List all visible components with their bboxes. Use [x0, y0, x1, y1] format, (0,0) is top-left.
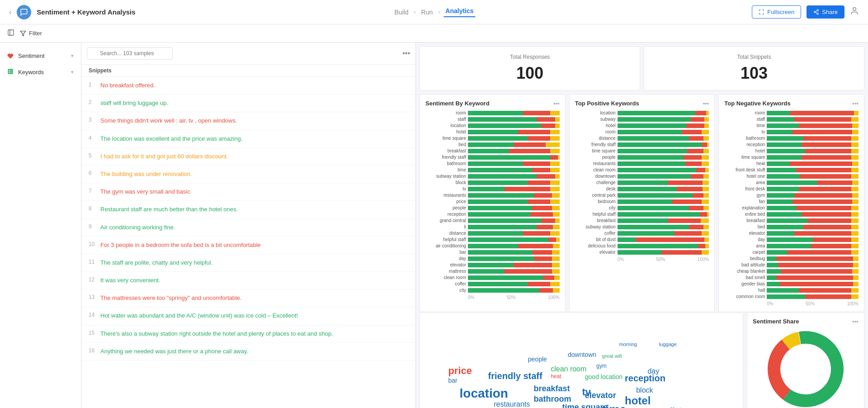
word-cloud-word[interactable]: breakfast [533, 384, 570, 394]
bar-track [767, 294, 859, 299]
word-cloud-word[interactable]: luggage [659, 342, 677, 347]
bar-negative [698, 244, 705, 248]
word-cloud-word[interactable]: distance [668, 406, 701, 408]
bar-track [767, 117, 859, 122]
bar-positive [618, 244, 698, 248]
nav-step-analytics[interactable]: Analytics [443, 7, 475, 17]
snippets-list[interactable]: 1No breakfast offered.2staff will bring … [81, 77, 415, 408]
sidebar-item-keywords[interactable]: Keywords ▾ [0, 64, 81, 81]
bar-label: hotel one [724, 174, 765, 179]
word-cloud-word[interactable]: hotel [625, 394, 651, 407]
list-item[interactable]: 2staff will bring luggage up. [81, 95, 415, 112]
snippets-more-button[interactable]: ••• [402, 49, 410, 57]
search-input[interactable] [87, 47, 173, 60]
word-cloud-word[interactable]: day [647, 367, 659, 375]
sentiment-keyword-more[interactable]: ••• [553, 100, 560, 107]
list-item[interactable]: 1No breakfast offered. [81, 77, 415, 95]
list-item[interactable]: 14Hot water was abundant and the A/C (wi… [81, 307, 415, 325]
bar-track [618, 225, 709, 229]
list-item[interactable]: 4The location was excellent and the pric… [81, 130, 415, 148]
bar-neutral [702, 130, 709, 134]
bar-row: helpful staff [575, 212, 709, 217]
list-item[interactable]: 8Restaurant staff are much better than t… [81, 201, 415, 218]
bar-positive [618, 136, 689, 141]
bar-positive [618, 231, 675, 236]
bar-positive [767, 130, 793, 134]
bar-negative [528, 282, 551, 286]
bar-track [767, 250, 859, 255]
top-positive-more[interactable]: ••• [703, 100, 709, 107]
bar-neutral [853, 263, 859, 267]
bar-label: front desk stuff [724, 167, 765, 172]
list-item[interactable]: 10For 3 people in a bedroom the sofa bed… [81, 237, 415, 254]
bar-neutral [851, 155, 859, 160]
share-button[interactable]: Share [807, 5, 844, 19]
list-item[interactable]: 15There's also a subway station right ou… [81, 325, 415, 343]
bar-neutral [550, 168, 559, 172]
word-cloud-word[interactable]: people [528, 356, 547, 363]
bar-row: carpet [724, 250, 859, 255]
bar-row: time square [724, 155, 859, 160]
word-cloud-word[interactable]: price [448, 365, 472, 377]
bar-label: area [724, 180, 765, 185]
bar-row: downtown [575, 174, 709, 179]
word-cloud-word[interactable]: heat [551, 373, 561, 380]
bar-track [468, 225, 560, 229]
word-cloud-word[interactable]: great wifi [602, 353, 622, 359]
word-cloud-word[interactable]: elevator [585, 391, 616, 400]
sidebar-item-sentiment[interactable]: Sentiment ▾ [0, 48, 81, 64]
bar-neutral [852, 269, 859, 274]
word-cloud-word[interactable]: good location [585, 373, 623, 380]
word-cloud-word[interactable]: restaurants [494, 400, 530, 408]
fullscreen-button[interactable]: Fullscreen [752, 5, 801, 19]
list-item[interactable]: 11The staff are polite, chatty and very … [81, 254, 415, 272]
bar-label: city [425, 288, 466, 293]
word-cloud-word[interactable]: location [460, 386, 508, 401]
list-item[interactable]: 9Air conditioning working fine. [81, 219, 415, 237]
list-item[interactable]: 3Some things didn't work well : air, tv … [81, 112, 415, 130]
list-item[interactable]: 5I had to ask for it and got just 60 dol… [81, 148, 415, 166]
bar-row: distance [425, 231, 560, 236]
filter-button[interactable]: Filter [20, 30, 42, 37]
word-cloud-word[interactable]: friendly staff [488, 371, 542, 381]
bar-negative [672, 199, 702, 204]
top-navigation: ‹ Sentiment + Keyword Analysis Build › R… [0, 0, 868, 24]
word-cloud-word[interactable]: block [636, 386, 653, 394]
list-item[interactable]: 7The gym was very small and basic [81, 183, 415, 201]
bar-label: reception [724, 142, 765, 147]
bar-neutral [705, 244, 709, 248]
word-cloud-word[interactable]: morning [619, 342, 637, 347]
bar-row: explanation [724, 205, 859, 210]
bar-track [468, 206, 560, 210]
user-icon[interactable] [850, 6, 859, 18]
word-cloud-word[interactable]: reception [625, 373, 665, 384]
word-cloud-word[interactable]: downtown [568, 351, 596, 358]
list-item[interactable]: 12It was very convenient. [81, 272, 415, 289]
bar-positive [468, 218, 541, 223]
bar-neutral [704, 117, 709, 122]
word-cloud-word[interactable]: bar [448, 377, 457, 384]
back-button[interactable]: ‹ [9, 8, 11, 16]
bar-track [767, 263, 859, 267]
nav-step-run[interactable]: Run [420, 9, 435, 16]
nav-step-build[interactable]: Build [392, 9, 410, 16]
top-negative-more[interactable]: ••• [852, 100, 859, 107]
bar-row: time square [575, 148, 709, 153]
bar-neutral [555, 174, 560, 179]
bar-row: desk [575, 186, 709, 191]
bar-label: bathroom [724, 136, 765, 141]
bar-negative [802, 142, 851, 147]
word-cloud-word[interactable]: gym [596, 363, 607, 369]
sentiment-share-more[interactable]: ••• [852, 318, 859, 325]
bar-neutral [851, 244, 859, 248]
word-cloud-word[interactable]: time square [562, 403, 608, 408]
bar-track [767, 218, 859, 223]
sidebar-toggle[interactable] [7, 29, 14, 38]
list-item[interactable]: 16Anything we needed was just there or a… [81, 343, 415, 361]
app-icon [17, 5, 31, 19]
list-item[interactable]: 13The mattresses were too "springy" and … [81, 289, 415, 307]
bar-positive [618, 218, 668, 223]
word-cloud-word[interactable]: clean room [551, 365, 586, 373]
bar-negative [805, 294, 851, 299]
list-item[interactable]: 6The building was under renovation. [81, 166, 415, 183]
